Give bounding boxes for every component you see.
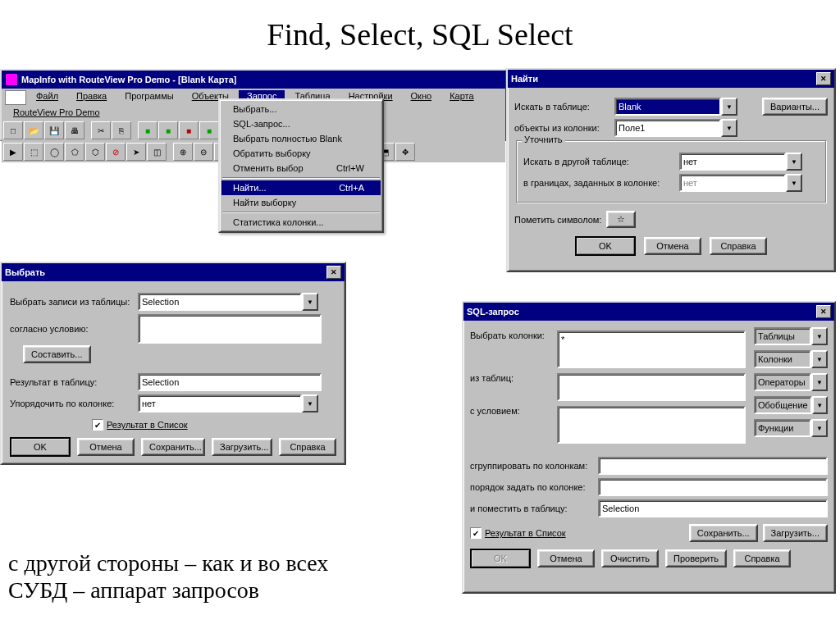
menu-item-sqlselect[interactable]: SQL-запрос...	[221, 116, 381, 131]
sel-from-table-dropdown[interactable]: Selection ▼	[138, 293, 318, 311]
sel-result-list-check[interactable]: ✔ Результат в Список	[92, 419, 188, 431]
tb-radius[interactable]: ◯	[44, 143, 64, 161]
chevron-down-icon[interactable]: ▼	[811, 373, 828, 391]
tb-shape4[interactable]: ■	[199, 121, 219, 139]
sql-orderby-label: порядок задать по колонке:	[470, 482, 593, 492]
tb-cut[interactable]: ✂	[91, 121, 111, 139]
tb-pointer[interactable]: ▶	[3, 143, 23, 161]
menu-item-findsel[interactable]: Найти выборку	[221, 195, 381, 210]
chevron-down-icon[interactable]: ▼	[786, 174, 802, 192]
sql-where-input[interactable]	[557, 406, 746, 444]
chevron-down-icon[interactable]: ▼	[811, 350, 828, 368]
close-icon[interactable]: ✕	[326, 266, 341, 279]
find-search-table-label: Искать в таблице:	[514, 102, 609, 112]
chevron-down-icon[interactable]: ▼	[721, 119, 737, 137]
chevron-down-icon[interactable]: ▼	[721, 98, 737, 116]
chevron-down-icon[interactable]: ▼	[812, 396, 828, 414]
save-button[interactable]: Сохранить...	[689, 524, 758, 542]
tb-zoomin[interactable]: ⊕	[173, 143, 193, 161]
tb-move[interactable]: ✥	[395, 143, 415, 161]
sel-order-col-dropdown[interactable]: нет ▼	[138, 394, 318, 412]
cancel-button[interactable]: Отмена	[537, 549, 595, 567]
query-menu-dropdown[interactable]: Выбрать... SQL-запрос... Выбрать полност…	[218, 98, 384, 233]
tb-unselect[interactable]: ⊘	[106, 143, 126, 161]
tb-graph[interactable]: ◫	[147, 143, 167, 161]
sql-side-operators[interactable]: Операторы▼	[754, 373, 828, 391]
sql-orderby-input[interactable]	[598, 478, 828, 496]
menu-programs[interactable]: Программы	[116, 90, 181, 105]
load-button[interactable]: Загрузить...	[212, 438, 272, 456]
menu-item-colstats[interactable]: Статистика колонки...	[221, 215, 381, 230]
find-bounds-dropdown[interactable]: нет ▼	[679, 174, 802, 192]
tb-boundary[interactable]: ⬡	[85, 143, 105, 161]
variants-button[interactable]: Варианты...	[762, 98, 828, 116]
sql-fromtables-input[interactable]	[557, 373, 746, 401]
menu-item-selectall[interactable]: Выбрать полностью Blank	[221, 131, 381, 146]
tb-shape3[interactable]: ■	[179, 121, 199, 139]
sql-into-input[interactable]: Selection	[598, 499, 828, 517]
help-button[interactable]: Справка	[710, 237, 767, 255]
find-objects-col-dropdown[interactable]: Поле1 ▼	[614, 119, 737, 137]
find-symbol-button[interactable]: ☆	[606, 211, 636, 228]
sel-condition-input[interactable]	[138, 314, 322, 344]
find-other-table-label: Искать в другой таблице:	[523, 157, 674, 166]
tb-marquee[interactable]: ⬚	[24, 143, 43, 161]
tb-info[interactable]: ➤	[126, 143, 146, 161]
ok-button[interactable]: OK	[10, 437, 71, 457]
load-button[interactable]: Загрузить...	[763, 524, 828, 542]
menu-window[interactable]: Окно	[403, 90, 441, 105]
menu-item-unselect[interactable]: Отменить выборCtrl+W	[221, 161, 381, 175]
save-button[interactable]: Сохранить...	[141, 438, 205, 456]
sel-result-table-input[interactable]: Selection	[138, 373, 322, 391]
menu-item-select[interactable]: Выбрать...	[221, 102, 381, 116]
verify-button[interactable]: Проверить	[665, 549, 727, 567]
sel-condition-label: согласно условию:	[10, 324, 133, 334]
tb-shape1[interactable]: ■	[138, 121, 158, 139]
sql-fromtables-label: из таблиц:	[470, 373, 552, 383]
sql-selcols-input[interactable]: *	[557, 330, 746, 368]
close-icon[interactable]: ✕	[816, 72, 831, 85]
menu-item-find[interactable]: Найти...Ctrl+A	[221, 180, 381, 195]
chevron-down-icon[interactable]: ▼	[811, 327, 828, 345]
cancel-button[interactable]: Отмена	[77, 438, 135, 456]
select-dialog: Выбрать ✕ Выбрать записи из таблицы: Sel…	[0, 262, 346, 465]
menu-map[interactable]: Карта	[441, 90, 482, 105]
select-titlebar: Выбрать ✕	[2, 263, 345, 281]
ok-button[interactable]: OK	[470, 549, 531, 568]
clear-button[interactable]: Очистить	[601, 549, 659, 567]
tb-polygon[interactable]: ⬠	[65, 143, 84, 161]
help-button[interactable]: Справка	[279, 438, 336, 456]
sql-side-agg[interactable]: Обобщение▼	[754, 396, 828, 414]
sql-side-functions[interactable]: Функции▼	[754, 419, 828, 437]
ok-button[interactable]: OK	[575, 236, 636, 256]
sql-groupby-input[interactable]	[598, 457, 828, 475]
chevron-down-icon[interactable]: ▼	[811, 419, 828, 437]
doc-icon	[5, 90, 26, 105]
compose-button[interactable]: Составить...	[23, 345, 91, 363]
main-title-text: MapInfo with RouteView Pro Demo - [Blank…	[21, 75, 502, 84]
cancel-button[interactable]: Отмена	[644, 237, 701, 255]
help-button[interactable]: Справка	[733, 549, 791, 567]
sql-result-list-check[interactable]: ✔ Результат в Список	[470, 527, 566, 539]
chevron-down-icon[interactable]: ▼	[302, 293, 318, 311]
tb-copy[interactable]: ⎘	[112, 121, 131, 139]
tb-zoomout[interactable]: ⊖	[194, 143, 213, 161]
sql-side-tables[interactable]: Таблицы▼	[754, 327, 828, 345]
chevron-down-icon[interactable]: ▼	[302, 394, 318, 412]
menu-file[interactable]: Файл	[28, 90, 66, 105]
tb-save[interactable]: 💾	[44, 121, 64, 139]
menu-edit[interactable]: Правка	[68, 90, 115, 105]
menu-routeview[interactable]: RouteView Pro Demo	[5, 107, 108, 118]
tb-shape2[interactable]: ■	[158, 121, 178, 139]
menu-item-invert[interactable]: Обратить выборку	[221, 146, 381, 161]
find-search-table-dropdown[interactable]: Blank ▼	[614, 98, 737, 116]
tb-new[interactable]: □	[3, 121, 23, 139]
sql-titlebar: SQL-запрос ✕	[463, 303, 834, 321]
chevron-down-icon[interactable]: ▼	[786, 153, 802, 171]
tb-open[interactable]: 📂	[24, 121, 43, 139]
sel-order-col-value: нет	[138, 394, 302, 412]
close-icon[interactable]: ✕	[816, 305, 831, 318]
find-other-table-dropdown[interactable]: нет ▼	[679, 153, 802, 171]
sql-side-columns[interactable]: Колонки▼	[754, 350, 828, 368]
tb-print[interactable]: 🖶	[65, 121, 84, 139]
